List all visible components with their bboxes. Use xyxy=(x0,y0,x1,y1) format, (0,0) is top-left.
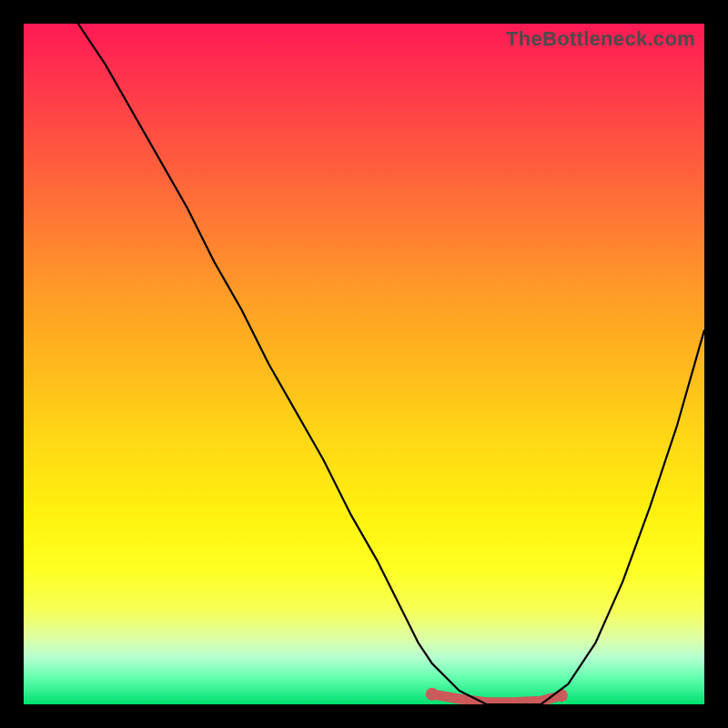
heat-gradient-background xyxy=(24,24,704,704)
chart-frame: TheBottleneck.com xyxy=(18,18,710,710)
plot-area: TheBottleneck.com xyxy=(24,24,704,704)
